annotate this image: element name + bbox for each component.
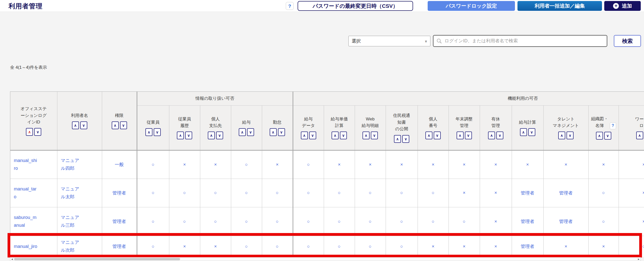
column-header-13: 個人 番号∧∨ (418, 105, 449, 150)
sort-desc-button[interactable]: ∨ (80, 121, 87, 129)
sort-asc-button[interactable]: ∧ (26, 128, 33, 136)
sort-asc-button[interactable]: ∧ (145, 128, 152, 136)
sort-desc-button[interactable]: ∨ (309, 132, 316, 139)
add-user-button[interactable]: + 追加 (604, 1, 641, 11)
sort-asc-button[interactable]: ∧ (177, 132, 184, 139)
result-count: 全 4(1～4)件を表示 (10, 64, 47, 70)
column-label: 有休 管理 (492, 116, 500, 129)
cell-user-name: マニュアル次郎 (57, 236, 102, 257)
sort-desc-button[interactable]: ∨ (434, 132, 441, 139)
sort-buttons: ∧∨ (293, 132, 324, 139)
scrollbar-right-arrow-icon[interactable]: ► (637, 258, 640, 260)
sort-desc-button[interactable]: ∨ (496, 132, 503, 139)
sort-asc-button[interactable]: ∧ (112, 121, 119, 129)
cell-perm-7: ○ (324, 207, 355, 236)
cell-perm-9: × (386, 150, 418, 179)
column-label: 組織図・ 名簿 (591, 116, 608, 129)
password-lock-settings-button[interactable]: パスワードロック設定 (428, 1, 515, 11)
sort-desc-button[interactable]: ∨ (604, 132, 611, 140)
sort-desc-button[interactable]: ∨ (185, 132, 192, 139)
sort-asc-button[interactable]: ∧ (425, 132, 432, 139)
sort-desc-button[interactable]: ∨ (247, 128, 254, 136)
sort-desc-button[interactable]: ∨ (154, 128, 161, 136)
sort-asc-button[interactable]: ∧ (636, 132, 643, 139)
sort-asc-button[interactable]: ∧ (239, 128, 246, 136)
cell-perm-6: ○ (293, 150, 324, 179)
cell-perm-6: ○ (293, 236, 324, 257)
scrollbar-left-arrow-icon[interactable]: ◄ (11, 258, 14, 260)
horizontal-scrollbar[interactable]: ◄ ► (10, 257, 641, 261)
sort-desc-button[interactable]: ∨ (528, 128, 535, 136)
cell-login-id: manual_jiro (10, 236, 57, 257)
search-category-select[interactable]: 選択 ∨ (348, 36, 430, 46)
sort-asc-button[interactable]: ∧ (363, 132, 370, 139)
sort-buttons: ∧∨ (355, 132, 386, 139)
cell-perm-12: × (480, 236, 512, 257)
sort-buttons: ∧∨ (418, 132, 449, 139)
cell-perm-1: ○ (137, 207, 169, 236)
group-header-info: 情報の取り扱い可否 (137, 92, 293, 105)
sort-buttons: ∧∨ (619, 132, 644, 139)
sort-asc-button[interactable]: ∧ (457, 132, 464, 139)
cell-perm-13: 管理者 (512, 207, 543, 236)
sort-asc-button[interactable]: ∧ (270, 128, 277, 136)
bulk-add-edit-users-button[interactable]: 利用者一括追加／編集 (517, 1, 602, 11)
sort-buttons: ∧∨ (102, 121, 137, 129)
cell-perm-16: × (619, 179, 644, 207)
scrollbar-thumb[interactable] (14, 258, 180, 260)
cell-perm-13: × (512, 150, 543, 179)
sort-desc-button[interactable]: ∨ (465, 132, 472, 139)
sort-desc-button[interactable]: ∨ (340, 132, 347, 139)
cell-perm-3: × (200, 236, 231, 257)
sort-desc-button[interactable]: ∨ (216, 132, 223, 139)
sort-buttons: ∧∨ (480, 132, 512, 139)
sort-buttons: ∧∨ (386, 135, 418, 143)
sort-desc-button[interactable]: ∨ (34, 128, 41, 136)
user-row-highlighted[interactable]: manual_jiroマニュアル次郎管理者○××○○○○○○×××管理者××○ (10, 236, 644, 257)
column-header-10: 給与単価 計算∧∨ (324, 105, 355, 150)
user-row[interactable]: manual_taroマニュアル太郎管理者○○○○○○○○○○××管理者管理者○… (10, 179, 644, 207)
sort-desc-button[interactable]: ∨ (120, 121, 127, 129)
cell-user-name: マニュアル太郎 (57, 179, 102, 207)
sort-asc-button[interactable]: ∧ (332, 132, 339, 139)
cell-perm-14: × (543, 236, 588, 257)
column-label: タレント マネジメント (553, 116, 579, 129)
sort-asc-button[interactable]: ∧ (208, 132, 215, 139)
sort-desc-button[interactable]: ∨ (278, 128, 285, 136)
column-header-11: Web 給与明細∧∨ (355, 105, 386, 150)
sort-buttons: ∧∨ (57, 121, 102, 129)
users-table-viewport: オフィスステ ーションログ インID∧∨利用者名∧∨権限∧∨情報の取り扱い可否機… (10, 91, 644, 257)
column-header-16: 給与計算∧∨ (512, 105, 543, 150)
sort-asc-button[interactable]: ∧ (488, 132, 495, 139)
sort-asc-button[interactable]: ∧ (558, 132, 565, 139)
cell-perm-15: × (588, 236, 619, 257)
sort-asc-button[interactable]: ∧ (394, 135, 401, 143)
user-management-screen: 利用者管理 ? パスワードの最終変更日時（CSV） パスワードロック設定 利用者… (0, 0, 644, 261)
cell-perm-15: × (588, 150, 619, 179)
cell-perm-14: 管理者 (543, 207, 588, 236)
column-header-4: 従業員∧∨ (137, 105, 169, 150)
column-label: Web 給与明細 (362, 116, 379, 129)
cell-perm-3: × (200, 150, 231, 179)
user-row[interactable]: saburou_manualマニュアル三郎管理者○○○○○○○○○○○×管理者管… (10, 207, 644, 236)
cell-perm-5: × (262, 150, 293, 179)
search-button[interactable]: 検索 (614, 35, 641, 47)
cell-user-name: マニュアル三郎 (57, 207, 102, 236)
help-icon[interactable]: ? (610, 122, 616, 129)
sort-asc-button[interactable]: ∧ (596, 132, 603, 140)
column-label: オフィスステ ーションログ インID (21, 106, 47, 125)
help-icon[interactable]: ? (286, 2, 294, 10)
column-label: 給与計算 (519, 119, 536, 126)
cell-perm-11: × (449, 236, 480, 257)
search-input[interactable] (444, 38, 604, 44)
cell-perm-5: ○ (262, 179, 293, 207)
password-last-changed-csv-button[interactable]: パスワードの最終変更日時（CSV） (298, 1, 413, 11)
sort-desc-button[interactable]: ∨ (402, 135, 409, 143)
sort-asc-button[interactable]: ∧ (72, 121, 79, 129)
sort-asc-button[interactable]: ∧ (520, 128, 527, 136)
user-row[interactable]: manual_shiroマニュアル四郎一般○××○×○×××××××××× (10, 150, 644, 179)
sort-desc-button[interactable]: ∨ (371, 132, 378, 139)
cell-perm-16: × (619, 150, 644, 179)
sort-desc-button[interactable]: ∨ (567, 132, 574, 139)
sort-asc-button[interactable]: ∧ (301, 132, 308, 139)
